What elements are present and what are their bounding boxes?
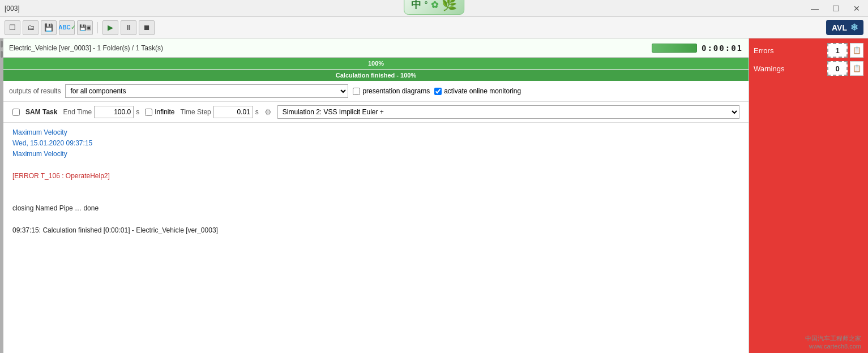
infinite-group: Infinite bbox=[145, 108, 174, 116]
task-row: SAM Task End Time s Infinite Time Step s… bbox=[3, 102, 749, 123]
activate-monitoring-group: activate online monitoring bbox=[434, 87, 521, 95]
check-button[interactable]: ABC✓ bbox=[59, 20, 75, 35]
open-button[interactable]: 🗂 bbox=[23, 20, 39, 35]
run-button[interactable]: ▶ bbox=[102, 20, 118, 35]
avl-label: AVL bbox=[832, 23, 847, 32]
window-controls: — ☐ ✕ bbox=[807, 3, 863, 14]
task-checkbox[interactable] bbox=[12, 109, 20, 116]
end-time-unit: s bbox=[136, 108, 139, 116]
end-time-group: End Time s bbox=[63, 106, 139, 118]
log-line: Maximum Velocity bbox=[12, 149, 739, 160]
stop-button[interactable]: ⏹ bbox=[139, 20, 155, 35]
toolbar-separator bbox=[97, 22, 98, 33]
errors-label: Errors bbox=[754, 46, 827, 55]
progress-section: 100% Calculation finished - 100% bbox=[3, 58, 749, 81]
toolbar: ☐ 🗂 💾 ABC✓ 💾▣ ▶ ⏸ ⏹ AVL ❄ bbox=[0, 17, 868, 38]
outputs-select[interactable]: for all components bbox=[65, 84, 348, 98]
status-header: Electric_Vehicle [ver_0003] - 1 Folder(s… bbox=[3, 38, 749, 58]
close-button[interactable]: ✕ bbox=[850, 3, 863, 14]
project-title: Electric_Vehicle [ver_0003] - 1 Folder(s… bbox=[9, 44, 163, 52]
presentation-diagrams-group: presentation diagrams bbox=[353, 87, 430, 95]
task-label: SAM Task bbox=[25, 108, 57, 116]
calc-status-text: Calculation finished - 100% bbox=[336, 72, 416, 79]
warnings-count: 0 bbox=[827, 61, 848, 76]
errors-count: 1 bbox=[827, 43, 848, 58]
progress-bar-pct: 100% bbox=[368, 60, 384, 67]
errors-row: Errors 1 📋 bbox=[754, 43, 863, 58]
time-step-group: Time Step s bbox=[181, 106, 259, 118]
gear-icon: ⚙ bbox=[264, 107, 272, 117]
end-time-input[interactable] bbox=[94, 106, 134, 118]
timer-progress-indicator bbox=[652, 44, 697, 53]
log-line bbox=[12, 192, 739, 203]
warnings-label: Warnings bbox=[754, 64, 827, 73]
log-line bbox=[12, 182, 739, 192]
time-step-input[interactable] bbox=[213, 106, 253, 118]
log-line: Maximum Velocity bbox=[12, 127, 739, 138]
activate-monitoring-checkbox[interactable] bbox=[434, 88, 442, 95]
progress-bar-100: 100% bbox=[3, 58, 749, 69]
time-step-label: Time Step bbox=[181, 108, 211, 116]
timer-display: 0:00:01 bbox=[652, 44, 743, 53]
presentation-diagrams-label: presentation diagrams bbox=[362, 87, 430, 95]
log-line: 09:37:15: Calculation finished [0:00:01]… bbox=[12, 225, 739, 236]
progress-bar-calc: Calculation finished - 100% bbox=[3, 70, 749, 81]
log-line bbox=[12, 160, 739, 171]
toolbar-buttons: ☐ 🗂 💾 ABC✓ 💾▣ ▶ ⏸ ⏹ bbox=[5, 20, 155, 35]
edge-mark bbox=[1, 41, 3, 48]
log-area: Maximum VelocityWed, 15.01.2020 09:37:15… bbox=[3, 123, 749, 353]
logo-area: 中 ° ✿ 🌿 bbox=[404, 0, 465, 15]
solver-select[interactable]: Simulation 2: VSS Implicit Euler + bbox=[277, 105, 739, 119]
title-bar: [003] 中 ° ✿ 🌿 — ☐ ✕ bbox=[0, 0, 868, 17]
left-panel: Electric_Vehicle [ver_0003] - 1 Folder(s… bbox=[3, 38, 749, 353]
logo-char-3: ✿ bbox=[431, 0, 438, 10]
presentation-diagrams-checkbox[interactable] bbox=[353, 88, 360, 95]
main-area: Electric_Vehicle [ver_0003] - 1 Folder(s… bbox=[0, 38, 868, 353]
window-title: [003] bbox=[5, 5, 20, 12]
avl-logo: AVL ❄ bbox=[826, 20, 863, 35]
logo-leaf-icon: 🌿 bbox=[442, 0, 457, 12]
timer-text: 0:00:01 bbox=[702, 44, 743, 53]
logo-char-1: 中 bbox=[411, 0, 421, 11]
warnings-row: Warnings 0 📋 bbox=[754, 61, 863, 76]
outputs-label: outputs of results bbox=[9, 87, 61, 95]
log-line: closing Named Pipe … done bbox=[12, 203, 739, 214]
save-check-button[interactable]: 💾▣ bbox=[77, 20, 93, 35]
avl-snowflake-icon: ❄ bbox=[850, 22, 858, 33]
minimize-button[interactable]: — bbox=[807, 3, 822, 14]
restore-button[interactable]: ☐ bbox=[829, 3, 843, 14]
activate-monitoring-label: activate online monitoring bbox=[444, 87, 521, 95]
warnings-icon-button[interactable]: 📋 bbox=[850, 61, 863, 76]
end-time-label: End Time bbox=[63, 108, 92, 116]
errors-icon-button[interactable]: 📋 bbox=[850, 43, 863, 58]
infinite-checkbox[interactable] bbox=[145, 109, 152, 116]
infinite-label: Infinite bbox=[155, 108, 174, 116]
errors-panel: Errors 1 📋 Warnings 0 📋 bbox=[749, 38, 868, 353]
save-button[interactable]: 💾 bbox=[41, 20, 57, 35]
logo-char-2: ° bbox=[425, 0, 428, 9]
pause-button[interactable]: ⏸ bbox=[121, 20, 136, 35]
log-line bbox=[12, 214, 739, 225]
time-step-unit: s bbox=[255, 108, 259, 116]
controls-row: outputs of results for all components pr… bbox=[3, 81, 749, 102]
log-line: Wed, 15.01.2020 09:37:15 bbox=[12, 138, 739, 149]
edge-mark-2 bbox=[1, 51, 3, 58]
new-button[interactable]: ☐ bbox=[5, 20, 20, 35]
log-line: [ERROR T_106 : OperateHelp2] bbox=[12, 171, 739, 182]
